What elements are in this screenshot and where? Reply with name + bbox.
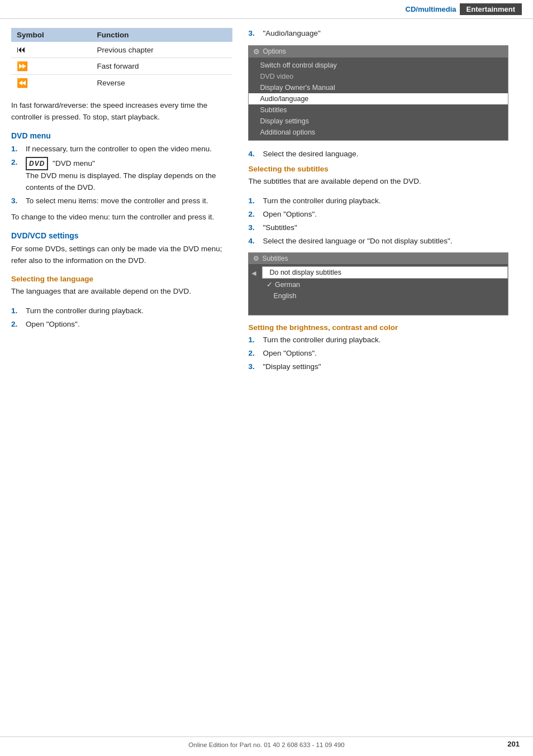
screen-title: Options bbox=[263, 47, 285, 55]
list-item: 3. To select menu items: move the contro… bbox=[11, 195, 232, 207]
screen-title-bar: ⚙ Options bbox=[249, 46, 507, 58]
screen-menu-item: Switch off control display bbox=[249, 60, 507, 71]
gear-icon: ⚙ bbox=[253, 47, 260, 56]
subtitles-menu: Do not display subtitles ✓ German Englis… bbox=[259, 264, 507, 315]
list-item: 3. "Audio/language" bbox=[248, 28, 522, 40]
header-cd-multimedia: CD/multimedia bbox=[406, 5, 456, 13]
options-screen: ⚙ Options Switch off control display DVD… bbox=[248, 45, 508, 141]
function-cell: Reverse bbox=[91, 75, 232, 92]
fast-forward-text: In fast forward/reverse: the speed incre… bbox=[11, 100, 232, 123]
dvd-vcd-settings-heading: DVD/VCD settings bbox=[11, 231, 232, 240]
list-item: 2. Open "Options". bbox=[11, 319, 232, 331]
subtitles-menu-item: ✓ German bbox=[259, 279, 507, 290]
dvd-menu-steps: 1. If necessary, turn the controller to … bbox=[11, 143, 232, 207]
list-item: 3. "Subtitles" bbox=[248, 222, 522, 234]
gear-icon: ⚙ bbox=[253, 255, 259, 262]
previous-chapter-icon: ⏮ bbox=[17, 45, 26, 54]
page-body: Symbol Function ⏮ Previous chapter ⏩ Fas… bbox=[0, 19, 533, 389]
left-column: Symbol Function ⏮ Previous chapter ⏩ Fas… bbox=[11, 28, 246, 377]
screen-menu: Switch off control display DVD video Dis… bbox=[249, 58, 507, 140]
footer: Online Edition for Part no. 01 40 2 608 … bbox=[0, 736, 533, 748]
list-item: 3. "Display settings" bbox=[248, 361, 522, 373]
screen-menu-item: Display settings bbox=[249, 116, 507, 127]
footer-text: Online Edition for Part no. 01 40 2 608 … bbox=[188, 741, 344, 748]
change-to-video-text: To change to the video menu: turn the co… bbox=[11, 212, 232, 223]
symbol-table: Symbol Function ⏮ Previous chapter ⏩ Fas… bbox=[11, 28, 232, 91]
brightness-heading: Setting the brightness, contrast and col… bbox=[248, 323, 522, 332]
list-item: 1. Turn the controller during playback. bbox=[248, 195, 522, 207]
list-item: 1. Turn the controller during playback. bbox=[248, 334, 522, 346]
dvd-menu-heading: DVD menu bbox=[11, 131, 232, 140]
subtitles-screen-title: Subtitles bbox=[262, 255, 288, 262]
list-item: 2. DVD "DVD menu" The DVD menu is displa… bbox=[11, 157, 232, 194]
list-item: 1. Turn the controller during playback. bbox=[11, 305, 232, 317]
symbol-cell: ⏩ bbox=[11, 58, 91, 75]
selecting-language-body: The languages that are available depend … bbox=[11, 286, 232, 298]
list-item: 4. Select the desired language. bbox=[248, 149, 522, 160]
options-step3: 3. "Audio/language" bbox=[248, 28, 522, 40]
function-cell: Previous chapter bbox=[91, 42, 232, 58]
table-row: ⏮ Previous chapter bbox=[11, 42, 232, 58]
subtitles-title-bar: ⚙ Subtitles bbox=[249, 253, 507, 264]
table-row: ⏩ Fast forward bbox=[11, 58, 232, 75]
options-step4: 4. Select the desired language. bbox=[248, 149, 522, 160]
selecting-subtitles-heading: Selecting the subtitles bbox=[248, 165, 522, 173]
brightness-steps: 1. Turn the controller during playback. … bbox=[248, 334, 522, 373]
right-column: 3. "Audio/language" ⚙ Options Switch off… bbox=[246, 28, 522, 377]
screen-menu-item: DVD video bbox=[249, 71, 507, 82]
screen-menu-item: Subtitles bbox=[249, 104, 507, 116]
screen-menu-item: Display Owner's Manual bbox=[249, 82, 507, 93]
subtitles-menu-item: English bbox=[259, 290, 507, 302]
selecting-language-steps: 1. Turn the controller during playback. … bbox=[11, 305, 232, 331]
arrow-left-icon: ◄ bbox=[249, 264, 259, 277]
table-header-symbol: Symbol bbox=[11, 28, 91, 42]
screen-menu-item: Additional options bbox=[249, 127, 507, 138]
table-header-function: Function bbox=[91, 28, 232, 42]
fast-forward-icon: ⏩ bbox=[17, 61, 28, 71]
table-row: ⏪ Reverse bbox=[11, 75, 232, 92]
dvd-logo: DVD bbox=[26, 157, 48, 171]
subtitles-menu-item-highlighted: Do not display subtitles bbox=[262, 266, 507, 279]
screen-menu-item-highlighted: Audio/language bbox=[249, 93, 507, 104]
subtitles-screen: ⚙ Subtitles ◄ Do not display subtitles ✓… bbox=[248, 252, 508, 315]
reverse-icon: ⏪ bbox=[17, 78, 28, 88]
selecting-language-heading: Selecting the language bbox=[11, 275, 232, 283]
list-item: 4. Select the desired language or "Do no… bbox=[248, 236, 522, 247]
page-header: CD/multimedia Entertainment bbox=[0, 0, 533, 19]
list-item: 1. If necessary, turn the controller to … bbox=[11, 143, 232, 155]
selecting-subtitles-body: The subtitles that are available depend … bbox=[248, 176, 522, 188]
function-cell: Fast forward bbox=[91, 58, 232, 75]
selecting-subtitles-steps: 1. Turn the controller during playback. … bbox=[248, 195, 522, 247]
list-item: 2. Open "Options". bbox=[248, 209, 522, 221]
symbol-cell: ⏮ bbox=[11, 42, 91, 58]
header-entertainment: Entertainment bbox=[460, 3, 522, 15]
list-item: 2. Open "Options". bbox=[248, 348, 522, 360]
page-number: 201 bbox=[507, 740, 520, 748]
dvd-vcd-settings-text: For some DVDs, settings can only be made… bbox=[11, 243, 232, 267]
symbol-cell: ⏪ bbox=[11, 75, 91, 92]
